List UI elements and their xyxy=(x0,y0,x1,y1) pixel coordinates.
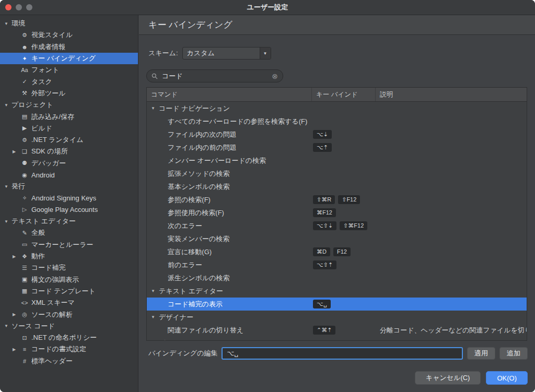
sidebar-item-label: コード補完 xyxy=(31,263,66,272)
sidebar-item[interactable]: ✧Android Signing Keys xyxy=(0,192,138,204)
sidebar-section[interactable]: ▼テキスト エディター xyxy=(0,216,138,227)
sidebar-item[interactable]: ▤読み込み/保存 xyxy=(0,111,138,122)
sidebar-item-label: Google Play Accounts xyxy=(31,206,98,213)
command-row[interactable]: すべてのオーバーロードの参照を検索する(F) xyxy=(147,115,527,128)
chevron-down-icon[interactable]: ▼ xyxy=(151,289,155,293)
command-cell: ▼ビュー xyxy=(147,339,312,341)
sidebar-item[interactable]: ✎全般 xyxy=(0,227,138,239)
chevron-right-icon[interactable]: ▶ xyxy=(13,312,20,317)
chevron-down-icon[interactable]: ▼ xyxy=(151,315,155,319)
sidebar-item[interactable]: ⊡.NET の命名ポリシー xyxy=(0,332,138,343)
ruler-icon: ▭ xyxy=(20,241,29,248)
command-cell: 宣言に移動(G) xyxy=(147,247,312,257)
dialog-buttons: キャンセル(C) OK(O) xyxy=(415,371,528,385)
cancel-button[interactable]: キャンセル(C) xyxy=(415,371,481,385)
scheme-select[interactable]: カスタム ▼ xyxy=(182,47,271,60)
sidebar-item[interactable]: #標準ヘッダー xyxy=(0,355,138,367)
sidebar-item[interactable]: ⚙視覚スタイル xyxy=(0,29,138,41)
sidebar-section[interactable]: ▼環境 xyxy=(0,18,138,29)
keybinding-chip: ⇧⌘R xyxy=(313,195,335,204)
sidebar-item[interactable]: Aaフォント xyxy=(0,64,138,76)
keybind-cell: ⌘DF12 xyxy=(312,247,376,256)
sidebar-item-label: 構文の強調表示 xyxy=(31,275,79,284)
chevron-right-icon[interactable]: ▶ xyxy=(13,254,20,259)
command-group-row[interactable]: ▼テキスト エディター xyxy=(147,284,527,298)
sidebar-item[interactable]: ✓タスク xyxy=(0,76,138,87)
sidebar-item[interactable]: ⚒外部ツール xyxy=(0,88,138,99)
command-group-row[interactable]: ▼デザイナー xyxy=(147,311,527,324)
command-cell: 実装メンバーの検索 xyxy=(147,234,312,244)
build-icon: ▶ xyxy=(20,125,29,132)
command-row[interactable]: 参照使用の検索(F)⌘F12 xyxy=(147,206,527,219)
command-row[interactable]: 基本シンボルの検索 xyxy=(147,180,527,193)
keybind-cell: ⌃⌘⇡ xyxy=(312,326,376,335)
key-icon: ✦ xyxy=(20,55,29,62)
command-row[interactable]: 関連ファイルの切り替え⌃⌘⇡分離コード、ヘッダーなどの関連ファイルを切り替 xyxy=(147,324,527,337)
folder-icon: ❏ xyxy=(20,148,29,155)
preferences-window: ユーザー設定 ▼環境⚙視覚スタイル☻作成者情報✦キー バインディングAaフォント… xyxy=(0,0,535,392)
sidebar-section[interactable]: ▼プロジェクト xyxy=(0,99,138,111)
sidebar-item[interactable]: ▣構文の強調表示 xyxy=(0,274,138,286)
command-label: 実装メンバーの検索 xyxy=(168,234,229,244)
command-cell: すべてのオーバーロードの参照を検索する(F) xyxy=(147,117,312,126)
command-row[interactable]: 派生シンボルの検索 xyxy=(147,271,527,284)
chevron-down-icon[interactable]: ▼ xyxy=(260,47,271,59)
command-row[interactable]: 前のエラー⌥⇧⇡ xyxy=(147,258,527,271)
sidebar-item[interactable]: ◉Android xyxy=(0,169,138,181)
sidebar-item[interactable]: ⚉デバッガー xyxy=(0,158,138,169)
command-group-row[interactable]: ▼コード ナビゲーション xyxy=(147,102,527,115)
chevron-down-icon[interactable]: ▼ xyxy=(151,106,155,111)
clear-search-icon[interactable]: ⊗ xyxy=(272,73,278,80)
sidebar-item[interactable]: ⚙.NET ランタイム xyxy=(0,134,138,146)
sidebar-item-label: タスク xyxy=(31,77,52,87)
command-row[interactable]: 次のエラー⌥⇧⇣⇧⌘F12 xyxy=(147,219,527,232)
command-group-row[interactable]: ▼ビュー xyxy=(147,337,527,341)
window-title: ユーザー設定 xyxy=(0,0,535,15)
command-row[interactable]: コード補完の表示⌥␣ xyxy=(147,298,527,311)
sidebar-item[interactable]: ▶≡コードの書式設定 xyxy=(0,343,138,355)
column-header-description: 説明 xyxy=(376,88,527,101)
analysis-icon: ◎ xyxy=(20,311,29,318)
command-row[interactable]: 実装メンバーの検索 xyxy=(147,232,527,245)
keybind-cell: ⌘F12 xyxy=(312,208,376,217)
ok-button[interactable]: OK(O) xyxy=(486,371,528,385)
command-row[interactable]: ファイル内の次の問題⌥⇣ xyxy=(147,128,527,141)
sidebar-item[interactable]: ✦キー バインディング xyxy=(0,53,138,64)
sidebar-item[interactable]: ▶◎ソースの解析 xyxy=(0,308,138,320)
sidebar-section[interactable]: ▼発行 xyxy=(0,181,138,192)
sidebar-item[interactable]: ▭マーカーとルーラー xyxy=(0,239,138,251)
command-cell: 派生シンボルの検索 xyxy=(147,274,312,283)
sidebar-item[interactable]: ▶❏SDK の場所 xyxy=(0,146,138,157)
add-button[interactable]: 追加 xyxy=(499,347,528,360)
sidebar-item[interactable]: ☻作成者情報 xyxy=(0,41,138,53)
apply-button[interactable]: 適用 xyxy=(467,347,495,360)
command-cell: 次のエラー xyxy=(147,221,312,231)
binding-edit-input[interactable] xyxy=(222,347,463,360)
command-row[interactable]: 宣言に移動(G)⌘DF12 xyxy=(147,245,527,258)
chevron-down-icon[interactable]: ▼ xyxy=(4,324,11,328)
command-row[interactable]: ファイル内の前の問題⌥⇡ xyxy=(147,141,527,154)
command-label: 派生シンボルの検索 xyxy=(168,274,230,283)
chevron-right-icon[interactable]: ▶ xyxy=(13,347,20,352)
xml-icon: <> xyxy=(20,300,29,306)
main-panel: キー バインディング スキーム: カスタム ▼ ⊗ コマンド キー バイン xyxy=(139,15,535,392)
sidebar-item[interactable]: ▷Google Play Accounts xyxy=(0,204,138,216)
command-row[interactable]: 拡張メソッドの検索 xyxy=(147,167,527,180)
sidebar-item[interactable]: ▶ビルド xyxy=(0,123,138,134)
chevron-down-icon[interactable]: ▼ xyxy=(4,219,11,224)
command-cell: 前のエラー xyxy=(147,260,312,270)
search-icon xyxy=(152,73,158,79)
search-input[interactable] xyxy=(161,72,269,80)
chevron-down-icon[interactable]: ▼ xyxy=(4,21,11,26)
sidebar-item[interactable]: <>XML スキーマ xyxy=(0,297,138,308)
sidebar-section[interactable]: ▼ソース コード xyxy=(0,320,138,332)
chevron-down-icon[interactable]: ▼ xyxy=(4,184,11,189)
search-field[interactable]: ⊗ xyxy=(146,69,283,82)
chevron-right-icon[interactable]: ▶ xyxy=(13,149,20,154)
sidebar-item[interactable]: ☰コード補完 xyxy=(0,262,138,274)
sidebar-item[interactable]: ▶❖動作 xyxy=(0,251,138,262)
sidebar-item[interactable]: ▦コード テンプレート xyxy=(0,286,138,297)
command-row[interactable]: 参照の検索(F)⇧⌘R⇧F12 xyxy=(147,193,527,206)
command-row[interactable]: メンバー オーバーロードの検索 xyxy=(147,154,527,167)
chevron-down-icon[interactable]: ▼ xyxy=(4,103,11,108)
